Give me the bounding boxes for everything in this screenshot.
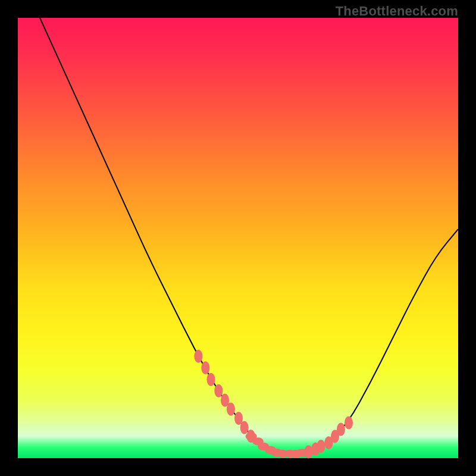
highlight-dot [240,421,249,434]
plot-area [18,18,458,458]
highlight-dot [201,361,209,374]
attribution-watermark: TheBottleneck.com [336,4,458,19]
highlight-dot [214,384,223,397]
highlight-dot [317,440,325,453]
highlight-dot [337,423,345,436]
highlight-dot [304,445,312,458]
highlight-dot [227,402,235,415]
chart-frame: TheBottleneck.com [0,0,476,476]
highlight-dot [345,416,353,429]
highlight-dot [206,373,215,386]
chart-svg [18,18,458,458]
highlight-dot [194,350,202,363]
bottleneck-curve [40,18,458,454]
